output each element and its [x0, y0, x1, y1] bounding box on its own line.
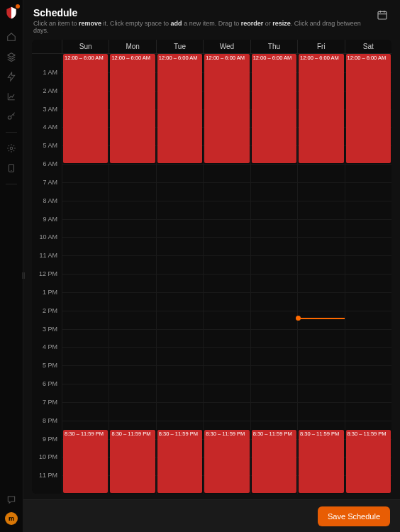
hour-label: 2 PM: [43, 307, 57, 314]
schedule-event[interactable]: 12:00 – 6:00 AM: [346, 54, 391, 163]
svg-rect-4: [378, 11, 387, 19]
schedule-event[interactable]: 12:00 – 6:00 AM: [252, 54, 296, 163]
day-header: Sun: [62, 40, 109, 53]
day-column[interactable]: 12:00 – 6:00 AM8:30 – 11:59 PM: [297, 54, 344, 494]
day-column[interactable]: 12:00 – 6:00 AM8:30 – 11:59 PM: [345, 54, 391, 494]
home-icon[interactable]: [3, 28, 20, 45]
schedule-event[interactable]: 12:00 – 6:00 AM: [299, 54, 343, 163]
gear-icon[interactable]: [3, 140, 20, 157]
schedule-event[interactable]: 12:00 – 6:00 AM: [157, 54, 202, 163]
time-gutter: 1 AM2 AM3 AM4 AM5 AM6 AM7 AM8 AM9 AM10 A…: [32, 54, 62, 494]
schedule-event[interactable]: 8:30 – 11:59 PM: [110, 430, 155, 493]
page-subtitle: Click an item to remove it. Click empty …: [33, 20, 374, 34]
hour-label: 11 PM: [39, 472, 57, 479]
chat-icon[interactable]: [3, 491, 20, 508]
hour-label: 9 AM: [43, 216, 57, 223]
hour-label: 7 AM: [43, 179, 57, 186]
day-header: Mon: [109, 40, 155, 53]
hour-label: 1 PM: [43, 289, 57, 296]
schedule-event[interactable]: 12:00 – 6:00 AM: [110, 54, 155, 163]
save-schedule-button[interactable]: Save Schedule: [318, 506, 390, 526]
day-header: Thu: [250, 40, 297, 53]
svg-point-0: [8, 116, 11, 119]
day-column[interactable]: 12:00 – 6:00 AM8:30 – 11:59 PM: [156, 54, 203, 494]
day-header: Wed: [203, 40, 250, 53]
sidebar-collapse-handle[interactable]: ||: [19, 268, 28, 282]
schedule-event[interactable]: 8:30 – 11:59 PM: [299, 430, 343, 493]
schedule-event[interactable]: 8:30 – 11:59 PM: [157, 430, 202, 493]
day-column[interactable]: 12:00 – 6:00 AM8:30 – 11:59 PM: [203, 54, 250, 494]
app-logo[interactable]: [4, 6, 18, 20]
chart-icon[interactable]: [3, 88, 20, 105]
hour-label: 4 PM: [43, 343, 57, 350]
day-header: Tue: [156, 40, 203, 53]
page-header: Schedule Click an item to remove it. Cli…: [23, 0, 400, 40]
day-column[interactable]: 12:00 – 6:00 AM8:30 – 11:59 PM: [62, 54, 109, 494]
day-header: Fri: [297, 40, 344, 53]
svg-point-1: [10, 147, 13, 150]
day-header-row: Sun Mon Tue Wed Thu Fri Sat: [32, 40, 391, 54]
hour-label: 2 AM: [43, 87, 57, 94]
notification-badge-icon: [16, 4, 20, 9]
device-icon[interactable]: [3, 160, 20, 177]
schedule-calendar[interactable]: Sun Mon Tue Wed Thu Fri Sat 1 AM2 AM3 AM…: [32, 40, 391, 494]
hour-label: 6 PM: [43, 380, 57, 387]
layers-icon[interactable]: [3, 48, 20, 65]
avatar[interactable]: m: [5, 512, 18, 525]
schedule-event[interactable]: 8:30 – 11:59 PM: [252, 430, 296, 493]
day-column[interactable]: 12:00 – 6:00 AM8:30 – 11:59 PM: [109, 54, 155, 494]
key-icon[interactable]: [3, 108, 20, 125]
hour-label: 9 PM: [43, 436, 57, 443]
current-time-indicator: [298, 318, 344, 319]
day-header: Sat: [345, 40, 391, 53]
hour-label: 3 PM: [43, 326, 57, 333]
bolt-icon[interactable]: [3, 68, 20, 85]
schedule-event[interactable]: 8:30 – 11:59 PM: [346, 430, 391, 493]
page-title: Schedule: [33, 7, 374, 18]
schedule-event[interactable]: 12:00 – 6:00 AM: [63, 54, 108, 163]
schedule-event[interactable]: 12:00 – 6:00 AM: [204, 54, 249, 163]
hour-label: 7 PM: [43, 399, 57, 406]
hour-label: 11 AM: [39, 252, 57, 259]
sidebar: m: [0, 0, 23, 532]
schedule-event[interactable]: 8:30 – 11:59 PM: [63, 430, 108, 493]
calendar-icon[interactable]: [374, 7, 390, 23]
footer-bar: Save Schedule: [23, 499, 400, 532]
hour-label: 5 AM: [43, 142, 57, 149]
hour-label: 8 PM: [43, 417, 57, 424]
day-column[interactable]: 12:00 – 6:00 AM8:30 – 11:59 PM: [250, 54, 297, 494]
hour-label: 1 AM: [43, 69, 57, 76]
hour-label: 8 AM: [43, 197, 57, 204]
sidebar-divider: [6, 184, 17, 184]
schedule-event[interactable]: 8:30 – 11:59 PM: [204, 430, 249, 493]
hour-label: 6 AM: [43, 160, 57, 167]
hour-label: 10 PM: [39, 453, 57, 460]
hour-label: 5 PM: [43, 362, 57, 369]
hour-label: 4 AM: [43, 123, 57, 131]
sidebar-divider: [6, 132, 17, 133]
main-panel: Schedule Click an item to remove it. Cli…: [23, 0, 400, 532]
day-columns[interactable]: 12:00 – 6:00 AM8:30 – 11:59 PM12:00 – 6:…: [62, 54, 391, 494]
hour-label: 3 AM: [43, 106, 57, 113]
hour-label: 12 PM: [39, 270, 57, 277]
hour-label: 10 AM: [39, 233, 57, 240]
